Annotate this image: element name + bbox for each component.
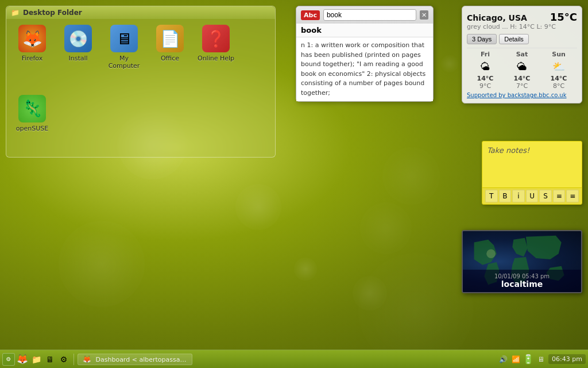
weather-low-1: 7°C (504, 82, 540, 90)
notes-toolbar: TBiUS≡≡ (482, 187, 582, 204)
weather-day-2: Sun (540, 51, 577, 58)
dictionary-definition: n 1: a written work or composition that … (296, 37, 433, 101)
weather-highs-row: 14°C14°C14°C (467, 75, 577, 82)
notes-tool-3[interactable]: U (526, 190, 539, 202)
notes-tool-6[interactable]: ≡ (566, 190, 579, 202)
taskbar-app-button[interactable]: 🦊 Dashboard < albertopassalacqua.com — W… (78, 354, 192, 365)
weather-subtitle: grey cloud ... H: 14°C L: 9°C (467, 23, 577, 30)
weather-high-2: 14°C (540, 75, 577, 82)
weather-low-2: 8°C (540, 82, 577, 90)
taskbar-clock: 06:43 pm (548, 354, 586, 364)
dictionary-search-input[interactable] (323, 9, 416, 21)
taskbar-tray-icon3[interactable]: 🔋 (523, 354, 533, 365)
taskbar-left: ⚙ 🦊 📁 🖥 ⚙ 🦊 Dashboard < albertopassalacq… (2, 353, 498, 366)
opensuse-icon-img: 🦎 (18, 95, 46, 122)
taskbar-settings-icon[interactable]: ⚙ (57, 353, 70, 366)
weather-widget: Chicago, USA 15°C grey cloud ... H: 14°C… (462, 6, 582, 103)
weather-grid: FriSatSun 🌤🌥⛅ 14°C14°C14°C 9°C7°C8°C (467, 48, 577, 90)
taskbar-tray-icon1[interactable]: 🔊 (498, 354, 508, 365)
install-icon-img: 💿 (64, 25, 92, 52)
weather-icons-row: 🌤🌥⛅ (467, 58, 577, 75)
notes-tool-1[interactable]: B (499, 190, 512, 202)
desktop-icon-install[interactable]: 💿 Install (58, 25, 98, 89)
weather-details-button[interactable]: Details (499, 34, 529, 44)
weather-icon-1: 🌥 (504, 60, 540, 72)
weather-lows-row: 9°C7°C8°C (467, 82, 577, 90)
onlinehelp-icon-label: Online Help (198, 55, 234, 62)
desktop-icon-mycomputer[interactable]: 🖥 My Computer (104, 25, 144, 89)
desktop-folder-titlebar: 📁 Desktop Folder (6, 6, 275, 19)
mycomputer-icon-label: My Computer (104, 55, 144, 70)
weather-icon-0: 🌤 (467, 60, 504, 72)
localtime-label: localtime (466, 279, 578, 289)
taskbar: ⚙ 🦊 📁 🖥 ⚙ 🦊 Dashboard < albertopassalacq… (0, 350, 588, 368)
weather-day-0: Fri (467, 51, 504, 58)
notes-tool-0[interactable]: T (485, 190, 498, 202)
desktop-icon-opensuse[interactable]: 🦎 openSUSE (12, 95, 52, 152)
onlinehelp-icon-img: ❓ (202, 25, 230, 52)
folder-content: 🦊 Firefox 💿 Install 🖥 My Computer 📄 Offi… (6, 19, 275, 157)
dictionary-logo: Abc (301, 10, 320, 20)
dictionary-widget: Abc ✕ book n 1: a written work or compos… (296, 6, 434, 102)
desktop-icon-onlinehelp[interactable]: ❓ Online Help (196, 25, 236, 89)
firefox-icon-label: Firefox (22, 55, 42, 62)
weather-city: Chicago, USA (467, 13, 527, 22)
localtime-timestamp: 10/01/09 05:43 pm (466, 273, 578, 279)
desktop-icon-office[interactable]: 📄 Office (150, 25, 190, 89)
dictionary-clear-button[interactable]: ✕ (420, 10, 428, 20)
weather-high-1: 14°C (504, 75, 540, 82)
weather-low-0: 9°C (467, 82, 504, 90)
weather-icon-2: ⛅ (540, 60, 577, 72)
desktop-icon-firefox[interactable]: 🦊 Firefox (12, 25, 52, 89)
taskbar-tray-icon4[interactable]: 🖥 (536, 354, 546, 365)
taskbar-menu-icon[interactable]: ⚙ (2, 353, 15, 366)
opensuse-icon-label: openSUSE (16, 125, 48, 132)
localtime-widget: 10/01/09 05:43 pm localtime (462, 230, 582, 293)
taskbar-tray-icon2[interactable]: 📶 (510, 354, 521, 365)
dictionary-word: book (296, 24, 433, 37)
notes-content[interactable]: Take notes! (482, 141, 582, 187)
mycomputer-icon-img: 🖥 (110, 25, 138, 52)
notes-tool-5[interactable]: ≡ (553, 190, 566, 202)
notes-widget: Take notes! TBiUS≡≡ (482, 141, 582, 205)
taskbar-terminal-icon[interactable]: 🖥 (44, 353, 56, 366)
svg-point-0 (486, 249, 496, 258)
weather-days-header: FriSatSun (467, 51, 577, 58)
weather-3days-button[interactable]: 3 Days (467, 34, 497, 44)
dictionary-header: Abc ✕ (296, 6, 433, 24)
weather-high-0: 14°C (467, 75, 504, 82)
folder-title: Desktop Folder (23, 9, 82, 17)
office-icon-img: 📄 (156, 25, 184, 52)
notes-tool-2[interactable]: i (512, 190, 525, 202)
taskbar-right: 🔊 📶 🔋 🖥 06:43 pm (498, 354, 586, 365)
firefox-icon-img: 🦊 (18, 25, 46, 52)
desktop-folder-window: 📁 Desktop Folder 🦊 Firefox 💿 Install 🖥 M… (6, 6, 276, 158)
install-icon-label: Install (68, 55, 87, 62)
weather-buttons: 3 Days Details (467, 34, 577, 44)
folder-icon: 📁 (11, 9, 20, 17)
localtime-overlay: 10/01/09 05:43 pm localtime (463, 270, 581, 292)
taskbar-firefox-icon[interactable]: 🦊 (16, 353, 29, 366)
taskbar-files-icon[interactable]: 📁 (30, 353, 42, 366)
office-icon-label: Office (161, 55, 179, 62)
worldmap: 10/01/09 05:43 pm localtime (463, 231, 581, 292)
weather-day-1: Sat (504, 51, 540, 58)
notes-tool-4[interactable]: S (539, 190, 552, 202)
weather-credit[interactable]: Supported by backstage.bbc.co.uk (467, 92, 577, 98)
weather-temp: 15°C (550, 11, 577, 23)
